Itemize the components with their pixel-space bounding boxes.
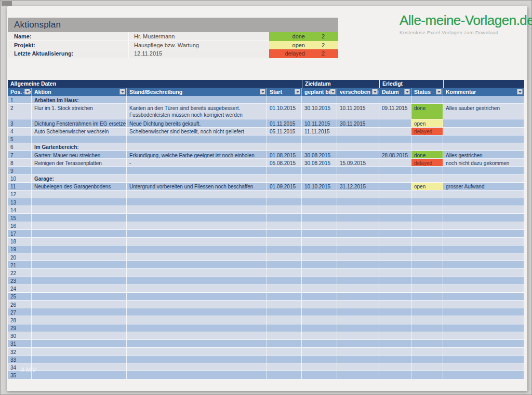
cell-stand[interactable]	[127, 293, 267, 300]
cell-verschoben[interactable]	[337, 190, 379, 198]
cell-verschoben[interactable]: 31.12.2015	[337, 183, 379, 190]
cell-kommentar[interactable]: grosser Aufwand	[443, 183, 524, 190]
cell-nr[interactable]: 14	[8, 206, 32, 213]
cell-nr[interactable]: 23	[8, 277, 32, 284]
cell-status[interactable]	[411, 135, 443, 143]
cell-status[interactable]	[411, 285, 443, 292]
cell-status[interactable]	[411, 253, 443, 261]
cell-stand[interactable]: Neue Dichtung bereits gekauft.	[127, 119, 267, 127]
cell-verschoben[interactable]	[337, 356, 379, 363]
cell-aktion[interactable]: Garage:	[32, 175, 127, 182]
cell-geplant[interactable]	[302, 340, 337, 347]
cell-datum[interactable]	[379, 190, 411, 198]
cell-stand[interactable]	[127, 190, 267, 198]
cell-geplant[interactable]	[302, 277, 337, 284]
cell-geplant[interactable]	[302, 143, 337, 151]
cell-datum[interactable]: 09.11.2015	[379, 104, 411, 119]
cell-datum[interactable]	[379, 308, 411, 316]
cell-start[interactable]	[267, 230, 302, 237]
cell-aktion[interactable]	[32, 238, 127, 245]
cell-kommentar[interactable]	[443, 301, 524, 308]
aktualisierung-value[interactable]: 12.11.2015	[129, 49, 269, 58]
cell-geplant[interactable]	[302, 190, 337, 198]
cell-stand[interactable]	[127, 363, 267, 371]
cell-nr[interactable]: 3	[8, 119, 32, 127]
cell-nr[interactable]: 26	[8, 301, 32, 308]
cell-start[interactable]	[267, 222, 302, 229]
cell-datum[interactable]	[379, 198, 411, 206]
cell-verschoben[interactable]	[337, 269, 379, 276]
cell-start[interactable]	[267, 348, 302, 355]
cell-aktion[interactable]	[32, 332, 127, 339]
cell-nr[interactable]: 15	[8, 214, 32, 221]
cell-stand[interactable]	[127, 269, 267, 276]
cell-nr[interactable]: 31	[8, 340, 32, 347]
cell-stand[interactable]	[127, 230, 267, 237]
cell-kommentar[interactable]: Alles sauber gestrichen	[443, 104, 524, 119]
cell-stand[interactable]	[127, 238, 267, 245]
cell-aktion[interactable]	[32, 316, 127, 323]
cell-stand[interactable]	[127, 371, 267, 378]
cell-status[interactable]	[411, 222, 443, 229]
cell-aktion[interactable]	[32, 135, 127, 143]
cell-verschoben[interactable]	[337, 363, 379, 371]
cell-datum[interactable]	[379, 316, 411, 323]
cell-start[interactable]	[267, 214, 302, 221]
cell-stand[interactable]	[127, 277, 267, 284]
cell-aktion[interactable]	[32, 285, 127, 292]
cell-stand[interactable]: Untergrund vorbereiten und Fliessen noch…	[127, 183, 267, 190]
cell-geplant[interactable]: 30.10.2015	[302, 104, 337, 119]
cell-nr[interactable]: 22	[8, 269, 32, 276]
cell-geplant[interactable]: 10.10.2015	[302, 183, 337, 190]
cell-aktion[interactable]	[32, 340, 127, 347]
cell-start[interactable]	[267, 253, 302, 261]
cell-datum[interactable]	[379, 261, 411, 268]
cell-nr[interactable]: 8	[8, 159, 32, 166]
cell-status[interactable]	[411, 363, 443, 371]
cell-status[interactable]	[411, 277, 443, 284]
cell-datum[interactable]	[379, 340, 411, 347]
cell-stand[interactable]	[127, 253, 267, 261]
cell-stand[interactable]	[127, 167, 267, 174]
cell-verschoben[interactable]	[337, 128, 379, 135]
cell-kommentar[interactable]	[443, 253, 524, 261]
cell-verschoben[interactable]	[337, 175, 379, 182]
cell-status[interactable]	[411, 206, 443, 213]
cell-aktion[interactable]: Neubelegen des Garagenbodens	[32, 183, 127, 190]
cell-verschoben[interactable]	[337, 167, 379, 174]
cell-status[interactable]	[411, 96, 443, 103]
cell-verschoben[interactable]: 30.11.2015	[337, 119, 379, 127]
cell-start[interactable]	[267, 285, 302, 292]
cell-datum[interactable]	[379, 293, 411, 300]
cell-status[interactable]	[411, 190, 443, 198]
cell-aktion[interactable]	[32, 293, 127, 300]
cell-datum[interactable]	[379, 183, 411, 190]
cell-status[interactable]	[411, 356, 443, 363]
cell-nr[interactable]: 32	[8, 348, 32, 355]
cell-datum[interactable]	[379, 135, 411, 143]
cell-status[interactable]	[411, 167, 443, 174]
cell-status[interactable]	[411, 371, 443, 378]
cell-kommentar[interactable]	[443, 230, 524, 237]
cell-verschoben[interactable]	[337, 151, 379, 158]
cell-start[interactable]: 05.08.2015	[267, 159, 302, 166]
cell-aktion[interactable]	[32, 301, 127, 308]
cell-kommentar[interactable]	[443, 238, 524, 245]
cell-aktion[interactable]	[32, 230, 127, 237]
cell-stand[interactable]	[127, 222, 267, 229]
cell-aktion[interactable]	[32, 348, 127, 355]
cell-datum[interactable]	[379, 301, 411, 308]
cell-geplant[interactable]	[302, 96, 337, 103]
cell-start[interactable]	[267, 206, 302, 213]
cell-geplant[interactable]	[302, 261, 337, 268]
cell-nr[interactable]: 27	[8, 308, 32, 316]
filter-dropdown-icon[interactable]	[436, 89, 442, 94]
cell-aktion[interactable]	[32, 246, 127, 253]
cell-geplant[interactable]	[302, 253, 337, 261]
cell-status[interactable]	[411, 238, 443, 245]
cell-start[interactable]	[267, 301, 302, 308]
cell-verschoben[interactable]	[337, 222, 379, 229]
cell-status[interactable]	[411, 316, 443, 323]
cell-start[interactable]	[267, 167, 302, 174]
cell-start[interactable]	[267, 277, 302, 284]
